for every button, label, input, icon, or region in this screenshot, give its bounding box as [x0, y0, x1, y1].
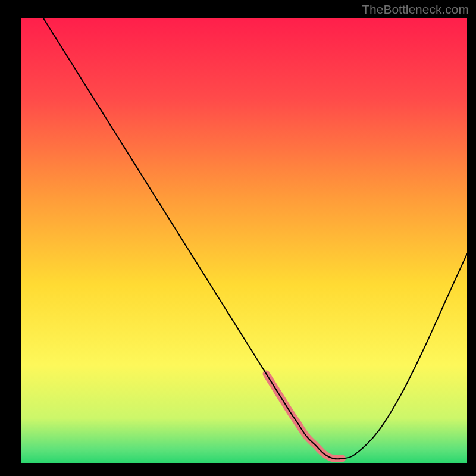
watermark-text: TheBottleneck.com	[362, 2, 469, 17]
chart-frame: TheBottleneck.com	[0, 0, 476, 476]
bottleneck-chart	[0, 0, 476, 476]
